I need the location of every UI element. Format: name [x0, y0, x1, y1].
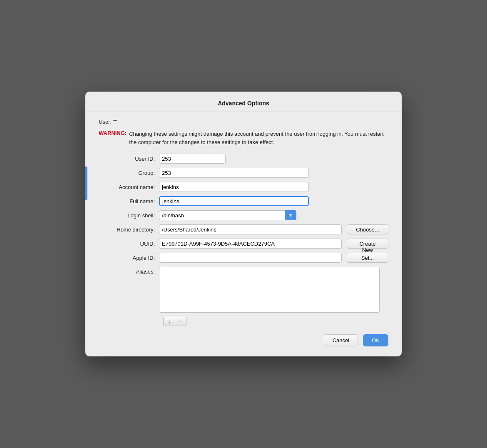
- dialog-footer: Cancel OK: [85, 326, 402, 346]
- form-section: User ID: Group: Account name: Full name:…: [99, 154, 388, 326]
- remove-alias-button[interactable]: −: [175, 317, 186, 326]
- side-accent: [85, 167, 87, 200]
- login-shell-select-wrapper: /bin/bash /bin/sh /bin/zsh /bin/csh /bin…: [159, 210, 296, 220]
- home-directory-row: Home directory: Choose...: [99, 224, 388, 234]
- advanced-options-dialog: Advanced Options User: "" WARNING: Chang…: [85, 92, 402, 356]
- account-name-label: Account name:: [99, 184, 159, 190]
- uuid-label: UUID:: [99, 241, 159, 247]
- set-button[interactable]: Set...: [347, 253, 388, 263]
- warning-block: WARNING: Changing these settings might d…: [99, 130, 388, 146]
- add-remove-row: + −: [163, 317, 388, 326]
- account-name-input[interactable]: [159, 182, 309, 192]
- uuid-input[interactable]: [159, 239, 342, 249]
- aliases-textarea[interactable]: [159, 267, 380, 313]
- login-shell-label: Login shell:: [99, 212, 159, 219]
- aliases-row: Aliases:: [99, 267, 388, 313]
- full-name-row: Full name:: [99, 196, 388, 206]
- uuid-row: UUID: Create New: [99, 239, 388, 249]
- apple-id-row: Apple ID: Set...: [99, 253, 388, 263]
- full-name-input[interactable]: [159, 196, 309, 206]
- user-id-label: User ID:: [99, 156, 159, 162]
- group-row: Group:: [99, 168, 388, 178]
- dialog-title: Advanced Options: [85, 92, 402, 112]
- group-input[interactable]: [159, 168, 309, 178]
- user-id-input[interactable]: [159, 154, 226, 164]
- full-name-label: Full name:: [99, 198, 159, 204]
- warning-text: Changing these settings might damage thi…: [129, 130, 388, 146]
- apple-id-input[interactable]: [159, 253, 342, 263]
- cancel-button[interactable]: Cancel: [324, 334, 358, 346]
- add-alias-button[interactable]: +: [163, 317, 175, 326]
- user-line: User: "": [99, 119, 388, 125]
- home-directory-label: Home directory:: [99, 226, 159, 233]
- apple-id-label: Apple ID:: [99, 255, 159, 261]
- login-shell-select[interactable]: /bin/bash /bin/sh /bin/zsh /bin/csh /bin…: [159, 210, 296, 220]
- login-shell-row: Login shell: /bin/bash /bin/sh /bin/zsh …: [99, 210, 388, 220]
- aliases-label: Aliases:: [99, 267, 159, 275]
- warning-label: WARNING:: [99, 130, 127, 136]
- ok-button[interactable]: OK: [363, 334, 388, 346]
- create-new-button[interactable]: Create New: [347, 239, 388, 249]
- account-name-row: Account name:: [99, 182, 388, 192]
- user-id-row: User ID:: [99, 154, 388, 164]
- group-label: Group:: [99, 170, 159, 176]
- choose-button[interactable]: Choose...: [347, 224, 388, 234]
- dialog-body: User: "" WARNING: Changing these setting…: [85, 112, 402, 326]
- home-directory-input[interactable]: [159, 224, 342, 234]
